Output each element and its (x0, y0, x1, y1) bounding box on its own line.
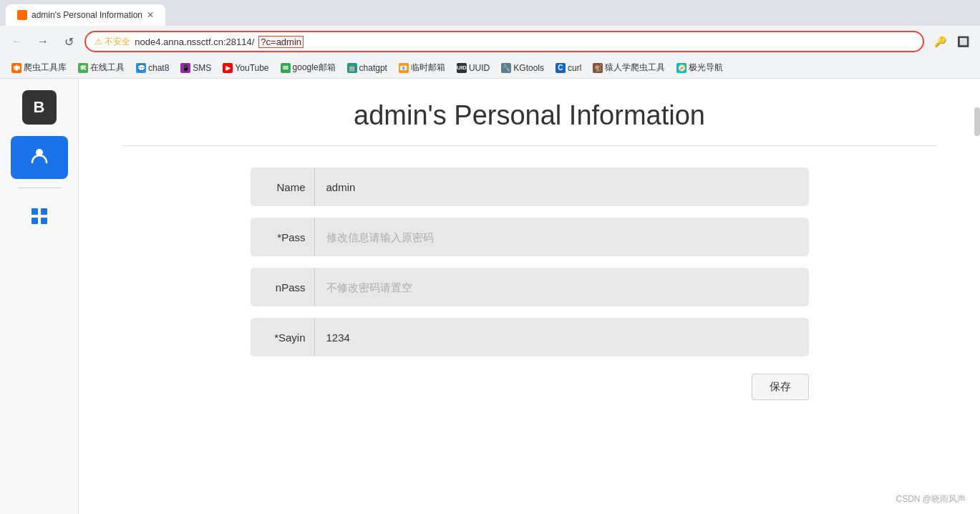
main-content: admin's Personal Information Name *Pass (79, 79, 980, 514)
active-tab[interactable]: admin's Personal Information ✕ (6, 4, 165, 26)
watermark: CSDN @晓雨风声 (896, 493, 966, 505)
bookmark-spider-label: 猿人学爬虫工具 (605, 62, 665, 74)
bookmark-tempmail-icon: 📧 (399, 63, 409, 73)
field-label-npass: nPass (251, 268, 315, 306)
bookmark-uuid[interactable]: UID UUID (452, 62, 494, 74)
bookmark-sms[interactable]: 📱 SMS (176, 62, 215, 74)
saying-input[interactable] (315, 318, 809, 357)
pass-input[interactable] (315, 218, 809, 256)
extensions-button[interactable]: 🔲 (953, 31, 973, 52)
field-label-pass: *Pass (251, 218, 315, 256)
form-field-npass: nPass (251, 268, 809, 306)
bookmark-tempmail-label: 临时邮箱 (411, 62, 445, 74)
bookmark-nav[interactable]: 🧭 极光导航 (672, 60, 727, 75)
svg-rect-2 (41, 208, 47, 215)
profile-icon (29, 145, 49, 170)
bookmark-chat8-label: chat8 (148, 63, 169, 73)
form-field-name: Name (251, 168, 809, 206)
bookmark-curl[interactable]: C curl (551, 62, 586, 74)
bookmark-spider-icon: 🐒 (593, 63, 603, 73)
scroll-indicator (974, 107, 980, 136)
bookmark-kgtools-icon: 🔧 (501, 63, 511, 73)
field-label-saying: *Sayin (251, 318, 315, 357)
reload-button[interactable]: ↺ (59, 31, 79, 52)
svg-rect-4 (41, 218, 47, 224)
form-field-saying: *Sayin (251, 318, 809, 357)
tab-title: admin's Personal Information (31, 10, 142, 20)
bookmark-nav-icon: 🧭 (676, 63, 687, 73)
field-label-name: Name (251, 168, 315, 206)
page-divider (122, 145, 937, 146)
nav-right-icons: 🔑 🔲 (930, 31, 973, 52)
svg-rect-1 (31, 208, 38, 215)
bookmark-gmail[interactable]: ✉ google邮箱 (276, 60, 340, 75)
bookmark-uuid-icon: UID (457, 63, 467, 73)
bookmark-chatgpt-label: chatgpt (359, 63, 387, 73)
bookmark-uuid-label: UUID (469, 63, 490, 73)
npass-input[interactable] (315, 268, 809, 306)
address-url-param: ?c=admin (258, 36, 304, 48)
bookmark-sms-icon: 📱 (180, 63, 190, 73)
back-button[interactable]: ← (7, 31, 27, 52)
bookmark-youtube[interactable]: ▶ YouTube (218, 62, 273, 74)
sidebar: B (0, 79, 79, 514)
bookmark-gmail-label: google邮箱 (293, 62, 336, 74)
security-warning-icon: ⚠ 不安全 (94, 36, 130, 48)
bookmark-youtube-icon: ▶ (223, 63, 233, 73)
form-actions: 保存 (251, 374, 809, 400)
page-wrapper: B admin's Pers (0, 79, 980, 514)
bookmark-crawler[interactable]: 🕷 爬虫工具库 (7, 60, 71, 75)
sidebar-item-grid[interactable] (11, 197, 68, 240)
bookmark-chatgpt[interactable]: 🤖 chatgpt (343, 62, 392, 74)
bookmarks-bar: 🕷 爬虫工具库 🛠 在线工具 💬 chat8 📱 SMS ▶ YouTube ✉… (0, 57, 980, 79)
bookmark-curl-label: curl (568, 63, 581, 73)
browser-chrome: admin's Personal Information ✕ ← → ↺ ⚠ 不… (0, 0, 980, 79)
sidebar-divider (18, 188, 61, 188)
save-button[interactable]: 保存 (752, 374, 809, 400)
bookmark-chat8-icon: 💬 (136, 63, 146, 73)
bookmark-gmail-icon: ✉ (281, 63, 291, 73)
address-url-base: node4.anna.nssctf.cn:28114/ (135, 37, 254, 47)
bookmark-crawler-label: 爬虫工具库 (24, 62, 67, 74)
nav-bar: ← → ↺ ⚠ 不安全 node4.anna.nssctf.cn:28114/?… (0, 26, 980, 57)
bookmark-kgtools-label: KGtools (513, 63, 544, 73)
sidebar-logo: B (22, 90, 57, 125)
password-manager-button[interactable]: 🔑 (930, 31, 950, 52)
tab-close-button[interactable]: ✕ (147, 10, 154, 20)
bookmark-kgtools[interactable]: 🔧 KGtools (497, 62, 548, 74)
bookmark-chatgpt-icon: 🤖 (347, 63, 357, 73)
bookmark-curl-icon: C (556, 63, 566, 73)
bookmark-nav-label: 极光导航 (689, 62, 723, 74)
svg-rect-3 (31, 218, 38, 224)
page-title: admin's Personal Information (122, 100, 937, 131)
bookmark-online-tools-label: 在线工具 (90, 62, 125, 74)
bookmark-spider[interactable]: 🐒 猿人学爬虫工具 (588, 60, 669, 75)
bookmark-sms-label: SMS (193, 63, 211, 73)
name-input[interactable] (315, 168, 809, 206)
bookmark-online-tools-icon: 🛠 (78, 63, 88, 73)
bookmark-crawler-icon: 🕷 (11, 63, 21, 73)
bookmark-tempmail[interactable]: 📧 临时邮箱 (394, 60, 450, 75)
form-container: Name *Pass nPass *Sayin (251, 168, 809, 400)
bookmark-online-tools[interactable]: 🛠 在线工具 (74, 60, 129, 75)
bookmark-chat8[interactable]: 💬 chat8 (132, 62, 173, 74)
forward-button[interactable]: → (33, 31, 53, 52)
address-bar[interactable]: ⚠ 不安全 node4.anna.nssctf.cn:28114/?c=admi… (84, 31, 924, 52)
tab-favicon (17, 10, 27, 20)
tab-bar: admin's Personal Information ✕ (0, 0, 980, 26)
form-field-pass: *Pass (251, 218, 809, 256)
grid-icon (30, 207, 49, 231)
bookmark-youtube-label: YouTube (235, 63, 268, 73)
sidebar-item-profile[interactable] (11, 136, 68, 179)
